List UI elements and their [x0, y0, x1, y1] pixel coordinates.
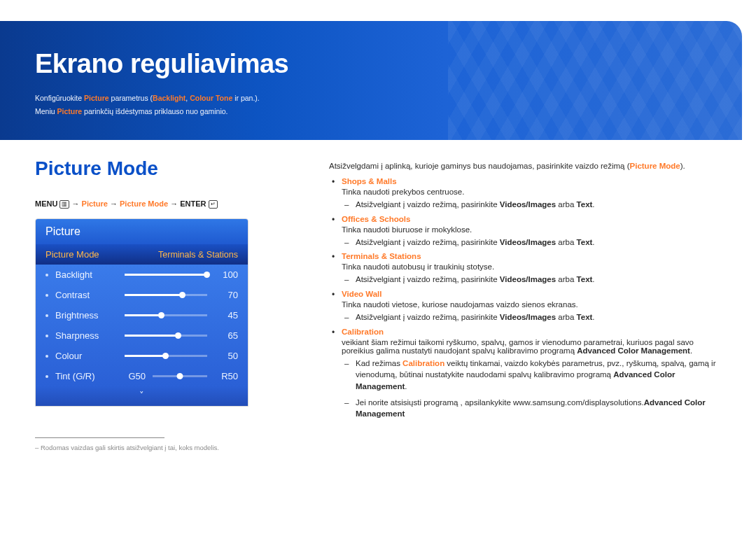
slider	[125, 335, 207, 337]
tint-r: R50	[214, 371, 238, 381]
dot-icon	[46, 335, 48, 337]
mode-desc: veikiant šiam režimui taikomi ryškumo, s…	[342, 338, 728, 355]
page-content: Picture Mode MENU ▥ → Picture → Picture …	[35, 157, 728, 534]
osd-selected-label: Picture Mode	[46, 249, 99, 260]
text: Konfigūruokite	[35, 94, 84, 102]
slider-knob	[177, 373, 183, 379]
chapter-title: Ekrano reguliavimas	[35, 49, 707, 79]
mode-name: Shops & Malls	[342, 177, 397, 185]
osd-item: Sharpness65	[36, 325, 248, 346]
slider-fill	[125, 335, 178, 337]
osd-item-value: 45	[214, 310, 238, 321]
mode-desc: Tinka naudoti prekybos centruose.	[342, 188, 728, 196]
osd-item: Backlight100	[36, 265, 248, 285]
mode-sublist: Atsižvelgiant į vaizdo režimą, pasirinki…	[342, 199, 728, 211]
mode-sublist: Kad režimas Calibration veiktų tinkamai,…	[342, 358, 728, 420]
bc-arrow: →	[72, 199, 82, 208]
osd-selected-value: Terminals & Stations	[158, 250, 238, 260]
enter-icon: ↵	[209, 200, 218, 209]
slider	[125, 294, 207, 296]
menu-icon: ▥	[59, 200, 69, 209]
tint-g: G50	[122, 371, 146, 381]
chapter-subtitle: Konfigūruokite Picture parametrus (Backl…	[35, 92, 707, 118]
dot-icon	[46, 355, 48, 358]
osd-item-value: 100	[214, 269, 238, 280]
mode-list: Shops & MallsTinka naudoti prekybos cent…	[329, 177, 728, 420]
footnote-rule	[35, 437, 164, 438]
mode-item: Offices & SchoolsTinka naudoti biuruose …	[329, 215, 728, 248]
osd-item-label: Colour	[55, 351, 122, 361]
text: Picture	[57, 107, 83, 115]
right-column: Atsižvelgdami į aplinką, kurioje gaminys…	[329, 157, 728, 420]
slider-fill	[125, 274, 207, 276]
mode-sublist: Atsižvelgiant į vaizdo režimą, pasirinki…	[342, 274, 728, 286]
text: parinkčių išdėstymas priklauso nuo gamin…	[82, 107, 227, 115]
mode-sublist: Atsižvelgiant į vaizdo režimą, pasirinki…	[342, 311, 728, 323]
slider	[125, 355, 207, 357]
mode-subitem: Jei norite atsisiųsti programą , apsilan…	[342, 397, 728, 420]
osd-item-label: Brightness	[55, 310, 122, 321]
dot-icon	[46, 375, 48, 378]
intro-text: Atsižvelgdami į aplinką, kurioje gaminys…	[329, 162, 728, 170]
mode-subitem: Kad režimas Calibration veiktų tinkamai,…	[342, 358, 728, 393]
mode-name: Calibration	[342, 328, 384, 336]
text: parametrus (	[109, 94, 153, 102]
bc-arrow: →	[168, 199, 180, 208]
section-title: Picture Mode	[35, 157, 308, 180]
mode-item: Shops & MallsTinka naudoti prekybos cent…	[329, 177, 728, 211]
menu-breadcrumb: MENU ▥ → Picture → Picture Mode → ENTER …	[35, 199, 308, 209]
chapter-header: Ekrano reguliavimas Konfigūruokite Pictu…	[0, 21, 742, 140]
bc-picture: Picture	[82, 199, 108, 208]
bc-menu: MENU	[35, 199, 57, 208]
footnote: – Rodomas vaizdas gali skirtis atsižvelg…	[35, 444, 308, 451]
text: ir pan.).	[232, 94, 260, 102]
slider	[125, 274, 207, 276]
osd-item-label: Contrast	[55, 290, 122, 300]
osd-item: Colour50	[36, 346, 248, 366]
bc-picture-mode: Picture Mode	[120, 199, 168, 208]
slider-fill	[125, 355, 166, 357]
mode-desc: Tinka naudoti autobusų ir traukinių stot…	[342, 262, 728, 271]
mode-name: Terminals & Stations	[342, 252, 421, 260]
dot-icon	[46, 294, 48, 297]
slider-fill	[125, 294, 183, 296]
left-column: Picture Mode MENU ▥ → Picture → Picture …	[35, 157, 308, 451]
osd-selected-row: Picture Mode Terminals & Stations	[36, 244, 248, 265]
osd-item-value: 50	[214, 351, 238, 361]
mode-desc: Tinka naudoti biuruose ir mokyklose.	[342, 225, 728, 234]
text: Meniu	[35, 107, 57, 115]
slider-fill	[125, 314, 162, 316]
text: Picture Mode	[630, 162, 680, 170]
mode-item: Calibrationveikiant šiam režimui taikomi…	[329, 328, 728, 420]
osd-body: Backlight100Contrast70Brightness45Sharpn…	[36, 265, 248, 386]
osd-item-label: Tint (G/R)	[55, 371, 122, 381]
mode-subitem: Atsižvelgiant į vaizdo režimą, pasirinki…	[342, 199, 728, 211]
osd-item: Contrast70	[36, 285, 248, 305]
osd-item-value: 65	[214, 330, 238, 341]
slider	[125, 314, 207, 316]
chevron-down-icon: ˅	[36, 386, 248, 406]
text: Picture	[84, 94, 109, 102]
text: Atsižvelgdami į aplinką, kurioje gaminys…	[329, 162, 630, 170]
osd-item-label: Backlight	[55, 269, 122, 280]
mode-name: Offices & Schools	[342, 215, 410, 223]
mode-name: Video Wall	[342, 290, 382, 298]
text: Backlight	[153, 94, 186, 102]
mode-sublist: Atsižvelgiant į vaizdo režimą, pasirinki…	[342, 237, 728, 248]
bc-enter: ENTER	[180, 199, 206, 208]
osd-title: Picture	[36, 219, 248, 244]
bc-arrow: →	[108, 199, 120, 208]
dot-icon	[46, 274, 48, 276]
mode-subitem: Atsižvelgiant į vaizdo režimą, pasirinki…	[342, 237, 728, 248]
tint-slider	[153, 375, 207, 377]
osd-tint-row: Tint (G/R) G50 R50	[36, 366, 248, 386]
mode-subitem: Atsižvelgiant į vaizdo režimą, pasirinki…	[342, 311, 728, 323]
mode-item: Video WallTinka naudoti vietose, kuriose…	[329, 290, 728, 323]
osd-item: Brightness45	[36, 305, 248, 325]
osd-item-label: Sharpness	[55, 330, 122, 341]
mode-desc: Tinka naudoti vietose, kuriose naudojama…	[342, 300, 728, 309]
mode-item: Terminals & StationsTinka naudoti autobu…	[329, 252, 728, 286]
text: Colour Tone	[190, 94, 232, 102]
mode-subitem: Atsižvelgiant į vaizdo režimą, pasirinki…	[342, 274, 728, 286]
dot-icon	[46, 314, 48, 317]
